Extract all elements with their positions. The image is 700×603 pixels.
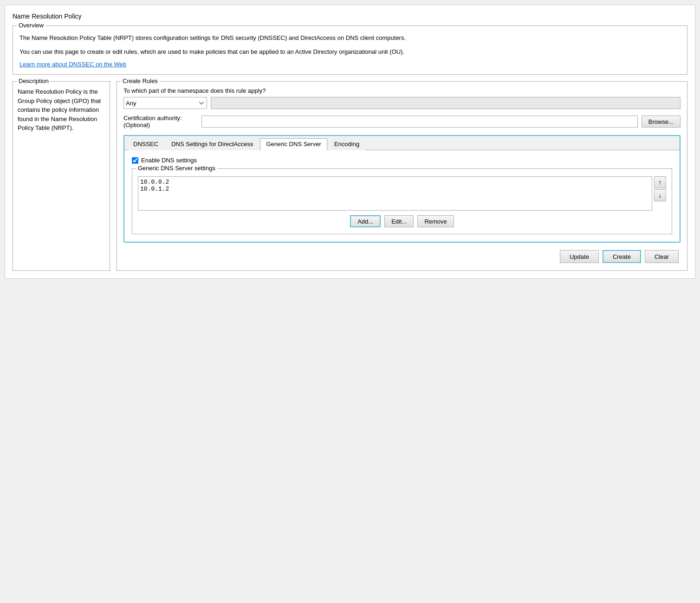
edit-button[interactable]: Edit... <box>384 215 414 227</box>
dns-settings-group-label: Generic DNS Server settings <box>136 165 217 172</box>
page-title: Name Resolution Policy <box>13 13 687 20</box>
namespace-text-input[interactable] <box>211 97 681 109</box>
tab-dnssec[interactable]: DNSSEC <box>127 138 164 150</box>
dns-server-list-row: 10.0.0.2 10.0.1.2 ↑ ↓ <box>138 176 666 211</box>
enable-dns-label: Enable DNS settings <box>141 157 197 164</box>
namespace-row: To which part of the namespace does this… <box>123 87 681 109</box>
description-label: Description <box>17 77 51 84</box>
overview-text-line2: You can use this page to create or edit … <box>19 47 681 57</box>
description-text: Name Resolution Policy is the Group Poli… <box>18 87 105 133</box>
overview-text-line1: The Name Resolution Policy Table (NRPT) … <box>19 33 681 43</box>
tab-encoding[interactable]: Encoding <box>328 138 365 150</box>
enable-dns-checkbox[interactable] <box>132 157 138 164</box>
create-button[interactable]: Create <box>603 250 641 263</box>
arrow-buttons: ↑ ↓ <box>654 176 666 201</box>
tab-dns-directaccess[interactable]: DNS Settings for DirectAccess <box>165 138 259 150</box>
dns-actions: Add... Edit... Remove <box>138 215 666 227</box>
namespace-question: To which part of the namespace does this… <box>123 87 681 94</box>
learn-more-link[interactable]: Learn more about DNSSEC on the Web <box>19 61 126 68</box>
remove-button[interactable]: Remove <box>417 215 454 227</box>
clear-button[interactable]: Clear <box>645 250 679 263</box>
enable-dns-row: Enable DNS settings <box>132 157 672 164</box>
bottom-actions: Update Create Clear <box>123 250 681 263</box>
cert-input[interactable] <box>201 115 638 128</box>
tabs-container: DNSSEC DNS Settings for DirectAccess Gen… <box>123 135 681 243</box>
tab-generic-dns[interactable]: Generic DNS Server <box>260 138 327 150</box>
update-button[interactable]: Update <box>560 250 599 263</box>
main-body: Description Name Resolution Policy is th… <box>13 81 687 271</box>
add-button[interactable]: Add... <box>350 215 381 227</box>
overview-label: Overview <box>17 22 45 29</box>
tab-content-generic-dns: Enable DNS settings Generic DNS Server s… <box>124 150 680 242</box>
dns-settings-group: Generic DNS Server settings 10.0.0.2 10.… <box>132 168 672 234</box>
browse-button[interactable]: Browse... <box>642 115 681 128</box>
create-rules-label: Create Rules <box>121 77 160 84</box>
move-down-button[interactable]: ↓ <box>654 189 666 201</box>
move-up-button[interactable]: ↑ <box>654 176 666 188</box>
overview-section: Overview The Name Resolution Policy Tabl… <box>13 26 687 75</box>
create-rules-panel: Create Rules To which part of the namesp… <box>117 81 687 271</box>
dns-server-list[interactable]: 10.0.0.2 10.0.1.2 <box>138 176 652 211</box>
cert-label: Certification authority: (Optional) <box>123 115 198 128</box>
tabs-header: DNSSEC DNS Settings for DirectAccess Gen… <box>124 136 680 150</box>
namespace-dropdown[interactable]: Any Suffix Prefix FQDN Subnet <box>123 97 207 109</box>
description-panel: Description Name Resolution Policy is th… <box>13 81 110 271</box>
namespace-controls: Any Suffix Prefix FQDN Subnet <box>123 97 681 109</box>
cert-row: Certification authority: (Optional) Brow… <box>123 115 681 128</box>
